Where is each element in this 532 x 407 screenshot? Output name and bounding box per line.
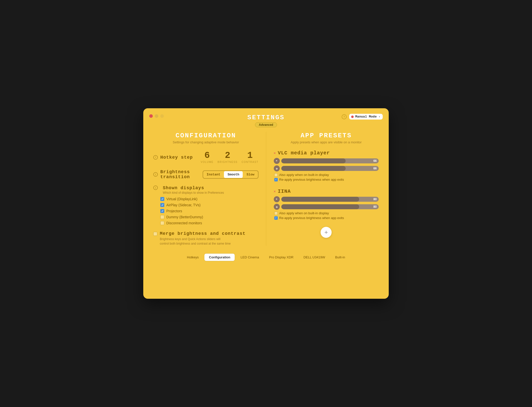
- tab-built-in[interactable]: Built-in: [331, 253, 350, 261]
- tab-hotkeys[interactable]: Hotkeys: [182, 253, 203, 261]
- brightness-transition-row: i Brightness transition Instant Smooth S…: [153, 169, 258, 179]
- maximize-button[interactable]: [160, 114, 164, 118]
- preset-vlc: ✕ VLC media player ☀ 66 ◑ 66: [274, 150, 379, 181]
- checkbox-projectors-label: Projectors: [166, 209, 182, 213]
- preset-iina: ✕ IINA ☀ 80 ◑ 80: [274, 188, 379, 220]
- close-button[interactable]: [149, 114, 153, 118]
- checkbox-virtual[interactable]: ✓ Virtual (DisplayLink): [160, 197, 258, 201]
- iina-reapply-label: Re-apply previous brightness when app ex…: [279, 216, 344, 220]
- merge-title: Merge brightness and contrast: [160, 231, 258, 236]
- checkbox-dummy[interactable]: Dummy (BetterDummy): [160, 215, 258, 219]
- vlc-reapply-checkbox[interactable]: ✓: [274, 178, 278, 181]
- window-title: SETTINGS: [247, 114, 285, 121]
- checkbox-disconnected[interactable]: Disconnected monitors: [160, 221, 258, 225]
- vlc-contrast-slider[interactable]: 66: [281, 166, 379, 171]
- app-presets-subtitle: Apply presets when apps are visible on a…: [274, 140, 379, 144]
- transition-buttons: Instant Smooth Slow: [203, 170, 258, 179]
- checkbox-dummy-label: Dummy (BetterDummy): [166, 215, 203, 219]
- main-content: CONFIGURATION Settings for changing adap…: [143, 132, 389, 246]
- traffic-lights: [149, 114, 164, 118]
- remove-iina-button[interactable]: ✕: [274, 190, 276, 193]
- iina-contrast-icon: ◑: [274, 204, 280, 210]
- hotkey-step-label: Hotkey step: [160, 155, 201, 160]
- subtitle-badge: Advanced: [255, 122, 277, 127]
- vlc-brightness-fill: [281, 158, 346, 163]
- preset-vlc-header: ✕ VLC media player: [274, 150, 379, 156]
- vlc-built-in-label: Also apply when on built-in display: [279, 173, 329, 177]
- minimize-button[interactable]: [155, 114, 158, 118]
- displays-header: i Shown displays Which kind of displays …: [153, 185, 258, 194]
- title-area: SETTINGS Advanced: [247, 114, 285, 127]
- hotkey-values: 6 VOLUME 2 BRIGHTNESS 1 CONTRAST: [201, 151, 258, 163]
- help-icon[interactable]: ?: [342, 114, 347, 119]
- checkbox-airplay-label: AirPlay (Sidecar, TVs): [166, 203, 201, 207]
- mode-label: Manual Mode: [355, 115, 377, 119]
- hotkey-brightness-value: 2: [217, 151, 237, 160]
- vlc-built-in-row: Also apply when on built-in display: [274, 173, 379, 177]
- hotkey-volume-label: VOLUME: [201, 161, 213, 163]
- iina-reapply-checkbox[interactable]: ✓: [274, 216, 278, 220]
- brightness-icon: ☀: [274, 158, 280, 164]
- displays-title: Shown displays: [163, 185, 258, 190]
- preset-vlc-name: VLC media player: [278, 150, 379, 156]
- hotkey-brightness-label: BRIGHTNESS: [217, 161, 237, 163]
- vlc-brightness-value: 66: [373, 159, 377, 163]
- add-preset-button[interactable]: +: [321, 227, 332, 238]
- checkbox-projectors[interactable]: ✓ Projectors: [160, 209, 258, 213]
- vlc-contrast-fill: [281, 166, 346, 171]
- vlc-brightness-slider-row: ☀ 66: [274, 158, 379, 164]
- displays-info-icon[interactable]: i: [153, 185, 158, 190]
- header-right: ? Manual Mode ▾: [342, 114, 383, 120]
- transition-smooth-btn[interactable]: Smooth: [224, 171, 243, 178]
- vlc-reapply-label: Re-apply previous brightness when app ex…: [279, 178, 344, 181]
- vlc-brightness-slider[interactable]: 66: [281, 158, 379, 163]
- merge-label-group: Merge brightness and contrast Brightness…: [160, 231, 258, 246]
- contrast-icon: ◑: [274, 165, 280, 171]
- merge-subtitle: Brightness keys and Quick Actions slider…: [160, 237, 258, 246]
- merge-brightness-section: Merge brightness and contrast Brightness…: [153, 231, 258, 246]
- iina-brightness-slider-row: ☀ 80: [274, 196, 379, 202]
- remove-vlc-button[interactable]: ✕: [274, 151, 276, 155]
- tab-configuration[interactable]: Configuration: [204, 253, 235, 261]
- iina-built-in-checkbox[interactable]: [274, 212, 278, 215]
- preset-iina-name: IINA: [278, 188, 379, 194]
- transition-instant-btn[interactable]: Instant: [203, 171, 224, 178]
- iina-brightness-icon: ☀: [274, 196, 280, 202]
- vlc-contrast-slider-row: ◑ 66: [274, 165, 379, 171]
- tab-pro-display-xdr[interactable]: Pro Display XDR: [264, 253, 298, 261]
- checkbox-disconnected-label: Disconnected monitors: [166, 221, 202, 225]
- transition-slow-btn[interactable]: Slow: [243, 171, 258, 178]
- brightness-transition-label: Brightness transition: [160, 169, 203, 179]
- iina-brightness-slider[interactable]: 80: [281, 197, 379, 202]
- chevron-down-icon: ▾: [379, 115, 380, 118]
- hotkey-info-icon[interactable]: i: [153, 155, 158, 160]
- hotkey-brightness: 2 BRIGHTNESS: [217, 151, 237, 163]
- iina-brightness-fill: [281, 197, 359, 202]
- add-preset-row: +: [274, 227, 379, 238]
- vlc-contrast-value: 66: [373, 167, 377, 170]
- iina-contrast-fill: [281, 204, 359, 209]
- vlc-reapply-row: ✓ Re-apply previous brightness when app …: [274, 178, 379, 181]
- transition-info-icon[interactable]: i: [153, 172, 158, 177]
- hotkey-contrast-label: CONTRAST: [242, 161, 258, 163]
- mode-dropdown[interactable]: Manual Mode ▾: [349, 114, 383, 120]
- checkbox-airplay[interactable]: ✓ AirPlay (Sidecar, TVs): [160, 203, 258, 207]
- iina-contrast-slider[interactable]: 80: [281, 204, 379, 209]
- merge-checkbox[interactable]: [153, 232, 157, 236]
- right-panel: APP PRESETS Apply presets when apps are …: [266, 132, 379, 246]
- iina-reapply-row: ✓ Re-apply previous brightness when app …: [274, 216, 379, 220]
- titlebar: SETTINGS Advanced ? Manual Mode ▾: [143, 108, 389, 129]
- config-subtitle: Settings for changing adaptive mode beha…: [153, 140, 258, 144]
- bottom-tabs: Hotkeys Configuration LED Cinema Pro Dis…: [143, 253, 389, 261]
- app-presets-title: APP PRESETS: [274, 132, 379, 139]
- checkbox-dummy-icon: [160, 215, 164, 219]
- checkbox-virtual-label: Virtual (DisplayLink): [166, 197, 197, 201]
- tab-dell-u3419w[interactable]: DELL U3419W: [299, 253, 330, 261]
- tab-led-cinema[interactable]: LED Cinema: [236, 253, 263, 261]
- checkbox-projectors-icon: ✓: [160, 209, 164, 213]
- vlc-built-in-checkbox[interactable]: [274, 173, 278, 177]
- hotkey-contrast-value: 1: [242, 151, 258, 160]
- shown-displays-section: i Shown displays Which kind of displays …: [153, 185, 258, 225]
- iina-brightness-value: 80: [373, 197, 377, 201]
- hotkey-volume: 6 VOLUME: [201, 151, 213, 163]
